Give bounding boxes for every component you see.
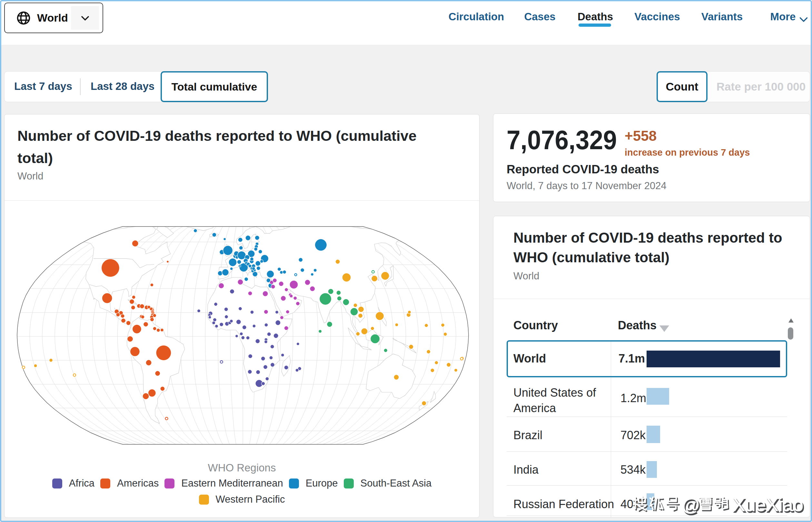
svg-text:XueXiao: XueXiao xyxy=(733,494,803,515)
svg-text:@: @ xyxy=(682,495,700,515)
